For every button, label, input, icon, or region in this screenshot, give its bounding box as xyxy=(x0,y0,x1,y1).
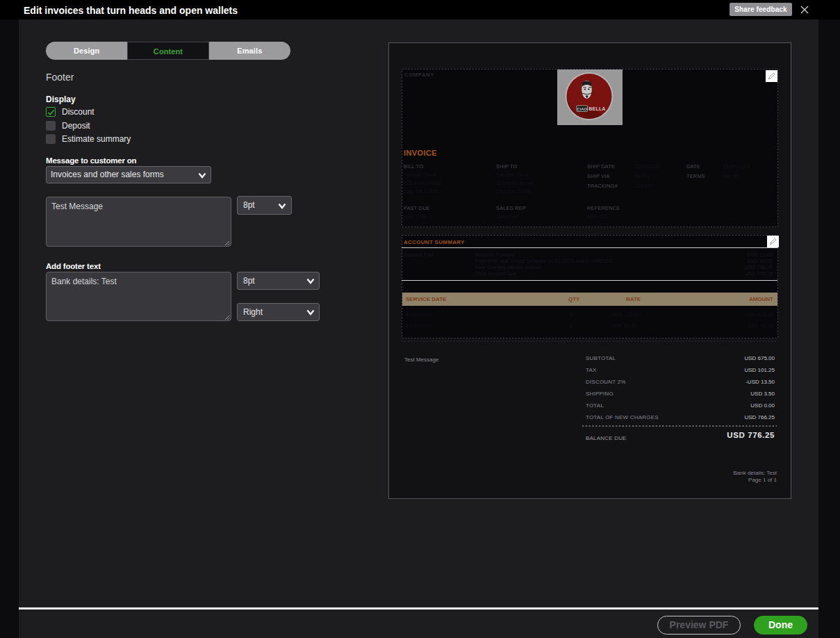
svg-text:CIAO: CIAO xyxy=(577,107,587,111)
svg-text:BELLA: BELLA xyxy=(588,106,605,111)
